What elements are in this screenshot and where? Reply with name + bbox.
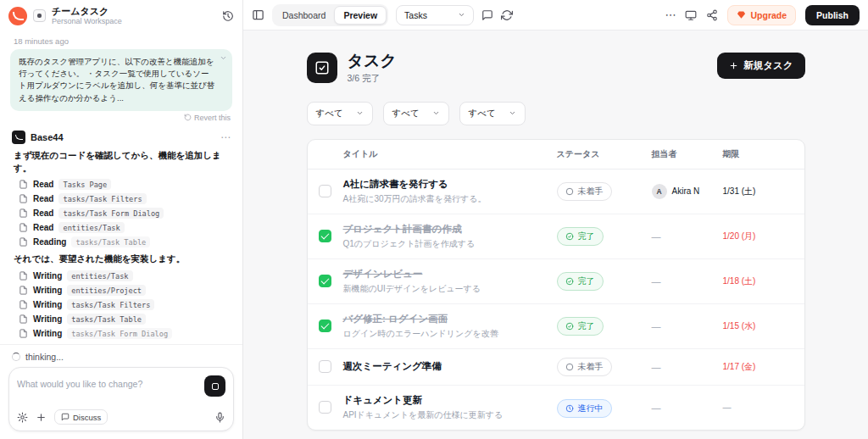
task-row[interactable]: プロジェクト計画書の作成 Q1のプロジェクト計画を作成する 完了 — 1/20 … [308,214,804,259]
task-subtitle: A社宛に30万円の請求書を発行する。 [343,193,550,205]
chat-composer: Discuss [8,367,234,431]
history-icon[interactable] [222,10,234,22]
column-header-assignee: 担当者 [652,140,723,169]
assignee-cell: — [652,268,723,295]
due-date: 1/31 (土) [723,177,804,206]
title-block: タスク 3/6 完了 [348,53,397,85]
task-title: 週次ミーティング準備 [343,360,550,373]
file-operation[interactable]: Writing tasks/Task Table [0,312,242,326]
task-title: デザインレビュー [343,268,550,281]
filter-value: すべて [316,108,343,119]
refresh-icon[interactable] [501,9,513,21]
new-task-button[interactable]: 新規タスク [717,53,804,79]
task-subtitle: Q1のプロジェクト計画を作成する [343,238,550,250]
workspace-switcher-icon[interactable] [33,9,46,22]
revert-button[interactable]: Revert this [12,114,231,122]
chat-input[interactable] [17,375,198,389]
task-checkbox[interactable] [319,320,331,332]
base44-logo-icon[interactable] [8,7,27,25]
file-operation[interactable]: Writing tasks/Task Form Dialog [0,326,242,341]
filter-value: すべて [392,108,420,119]
file-chip: tasks/Task Form Dialog [58,208,164,219]
column-header-due: 期限 [723,140,804,169]
expand-message-icon[interactable] [220,54,227,62]
status-badge: 完了 [557,272,604,291]
file-icon [19,271,28,281]
comment-icon[interactable] [481,9,493,21]
panel-toggle-icon[interactable] [252,8,264,21]
file-operation[interactable]: Writing entities/Task [0,269,242,283]
file-icon [19,237,28,247]
filter-status-select[interactable]: すべて [307,102,373,125]
operation-action: Writing [33,271,62,281]
file-operation[interactable]: Read entities/Task [0,220,242,235]
status-badge: 進行中 [557,399,612,418]
task-subtitle: APIドキュメントを最新の仕様に更新する [343,409,550,421]
operation-action: Read [33,208,53,218]
task-subtitle: ログイン時のエラーハンドリングを改善 [343,328,550,340]
task-checkbox[interactable] [319,275,331,287]
task-title: バグ修正: ログイン画面 [343,313,550,325]
filter-value: すべて [469,108,496,119]
due-date: 1/17 (金) [723,353,804,381]
dashboard-tab[interactable]: Dashboard [274,6,334,25]
add-icon[interactable] [36,412,47,423]
file-operation[interactable]: Read tasks/Task Form Dialog [0,206,242,220]
filter-sort-select[interactable]: すべて [459,102,526,125]
user-message[interactable]: 既存のタスク管理アプリに、以下の改善と機能追加を行ってください。 ・タスク一覧で… [10,49,232,111]
file-operation[interactable]: Writing entities/Project [0,283,242,297]
due-date: — [723,394,804,420]
operation-action: Writing [33,286,62,295]
discuss-button[interactable]: Discuss [54,409,108,425]
file-operation[interactable]: Read Tasks Page [0,177,242,192]
mic-icon[interactable] [214,412,225,423]
file-chip: entities/Task [67,270,132,281]
file-operation[interactable]: Reading tasks/Task Table [0,235,242,249]
stop-icon [212,383,219,390]
message-menu-icon[interactable]: ⋯ [220,131,231,143]
task-app: タスク 3/6 完了 新規タスク すべて すべて [307,53,805,439]
table-header: タイトル ステータス 担当者 期限 [308,140,804,169]
publish-button[interactable]: Publish [805,5,860,25]
task-row[interactable]: デザインレビュー 新機能のUIデザインをレビューする 完了 — 1/18 (土) [308,259,804,304]
page-select-value: Tasks [404,10,427,20]
file-operation[interactable]: Writing tasks/Task Filters [0,297,242,312]
filter-assignee-select[interactable]: すべて [383,102,449,125]
stop-button[interactable] [204,375,225,397]
file-chip: tasks/Task Filters [67,299,154,310]
operation-action: Writing [33,300,62,309]
agent-message-header: Base44 ⋯ [0,127,242,146]
file-chip: tasks/Task Table [67,314,146,325]
task-app-header: タスク 3/6 完了 新規タスク [307,53,805,85]
top-toolbar: Dashboard Preview Tasks ⋯ [243,0,868,31]
more-icon[interactable]: ⋯ [665,8,676,21]
task-row[interactable]: A社に請求書を発行する A社宛に30万円の請求書を発行する。 未着手 A Aki… [308,169,804,214]
file-operations-read: Read Tasks Page Read tasks/Task Filters … [0,177,242,249]
preview-tab[interactable]: Preview [334,6,387,25]
task-checkbox[interactable] [319,401,331,414]
page-select[interactable]: Tasks [396,5,474,25]
file-operation[interactable]: Read tasks/Task Filters [0,192,242,206]
operation-action: Reading [33,237,66,247]
upgrade-button[interactable]: Upgrade [727,5,796,25]
column-header-status: ステータス [557,140,652,169]
task-row[interactable]: 週次ミーティング準備 未着手 — 1/17 (金) [308,349,804,386]
device-icon[interactable] [685,9,697,21]
task-checkbox[interactable] [319,185,331,197]
task-checkbox[interactable] [319,360,331,373]
assignee-cell: — [652,223,723,250]
share-icon[interactable] [706,9,718,21]
task-checkbox[interactable] [319,230,331,242]
status-badge: 完了 [557,227,604,246]
settings-icon[interactable] [17,412,28,423]
thinking-label: thinking... [25,352,64,362]
progress-label: 3/6 完了 [348,73,397,85]
task-row[interactable]: ドキュメント更新 APIドキュメントを最新の仕様に更新する 進行中 — — [308,386,804,430]
chat-sidebar: チームタスク Personal Workspace 18 minutes ago… [0,0,243,439]
chevron-down-icon [432,109,440,117]
sidebar-header: チームタスク Personal Workspace [0,0,242,31]
task-title: A社に請求書を発行する [343,178,550,191]
task-row[interactable]: バグ修正: ログイン画面 ログイン時のエラーハンドリングを改善 完了 — 1/1… [308,304,804,349]
file-icon [19,329,28,338]
plus-icon [729,61,738,70]
